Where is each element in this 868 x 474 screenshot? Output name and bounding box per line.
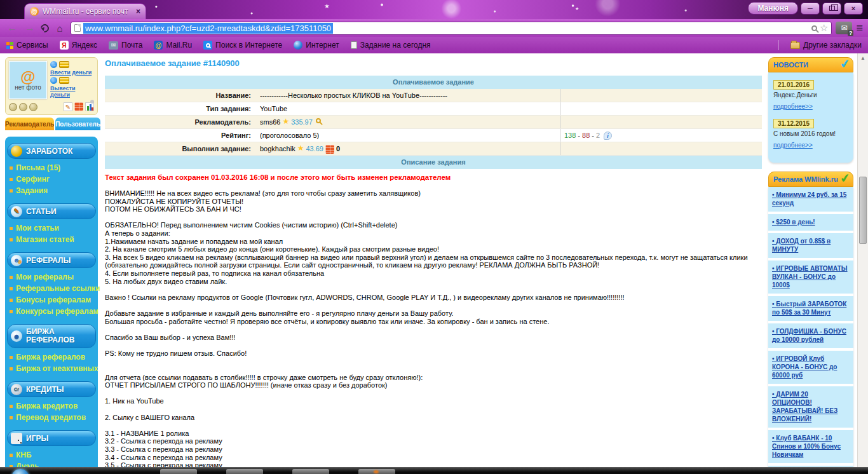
globe-icon bbox=[294, 41, 302, 50]
stats-chart-icon[interactable] bbox=[85, 102, 94, 111]
taskbar-button[interactable] bbox=[292, 469, 329, 474]
avatar: @ нет фото bbox=[9, 61, 47, 99]
sidebar-item-surfing[interactable]: Серфинг bbox=[10, 173, 95, 185]
sidebar-item-knb[interactable]: КНБ bbox=[10, 449, 95, 461]
ad-link-item[interactable]: ИГРОВЫЕ АВТОМАТЫ ВУЛКАН - БОНУС до 1000$ bbox=[768, 258, 853, 294]
advertiser-rating[interactable]: 335.97 bbox=[291, 118, 313, 126]
back-icon[interactable]: ← bbox=[5, 23, 19, 33]
bookmark-internet[interactable]: Интернет bbox=[294, 41, 339, 50]
sidebar-header-referral-exchange[interactable]: ☻ БИРЖА РЕФЕРАЛОВ bbox=[7, 324, 96, 348]
address-bar[interactable]: www.wmmail.ru/index.php?cf=uzd2-mreadtas… bbox=[71, 22, 832, 35]
sidebar-item-my-articles[interactable]: Мои статьи bbox=[10, 222, 95, 234]
ad-link-item[interactable]: ДАРИМ 20 ОПЦИОНОВ! ЗАРАБАТЫВАЙ! БЕЗ ВЛОЖ… bbox=[768, 384, 853, 428]
profile-user-button[interactable]: Манюня bbox=[748, 2, 798, 15]
menu-icon[interactable]: ≡ bbox=[856, 22, 863, 35]
news-text: Яндекс.Деньги bbox=[773, 91, 848, 98]
sidebar-header-articles[interactable]: ✎ СТАТЬИ bbox=[7, 203, 96, 219]
home-icon[interactable]: ⌂ bbox=[53, 24, 67, 33]
maximize-button[interactable] bbox=[822, 3, 841, 15]
bookmark-yandex[interactable]: ЯЯндекс bbox=[60, 41, 97, 50]
right-sidebar: НОВОСТИ ✔ 21.01.2016 Яндекс.Деньги подро… bbox=[768, 57, 853, 474]
sidebar-item-referral-contests[interactable]: Конкурсы рефералам bbox=[10, 306, 95, 317]
url-text[interactable]: www.wmmail.ru/index.php?cf=uzd2-mreadtas… bbox=[83, 23, 333, 34]
sidebar-item-referral-links[interactable]: Реферальные ссылки bbox=[10, 283, 95, 294]
scroll-up-icon[interactable]: ▲ bbox=[858, 53, 868, 64]
completed-rating[interactable]: 43.69 bbox=[306, 145, 323, 152]
scrollbar-thumb[interactable] bbox=[859, 177, 867, 244]
sidebar-header-earnings[interactable]: ЗАРАБОТОК bbox=[7, 143, 96, 159]
table-header: Оплачиваемое задание bbox=[105, 76, 762, 89]
news-more-link[interactable]: подробнее>> bbox=[773, 142, 813, 149]
star-decoration: ★ bbox=[324, 3, 330, 10]
bookmark-daily-task[interactable]: Задание на сегодня bbox=[351, 41, 431, 50]
ad-link-item[interactable]: Минимум 24 руб. за 15 секунд bbox=[768, 187, 853, 212]
withdraw-link[interactable]: Вывести деньги bbox=[50, 85, 94, 98]
sidebar-item-credit-transfer[interactable]: Перевод кредитов bbox=[10, 412, 95, 423]
check-icon: ✔ bbox=[839, 170, 851, 186]
sidebar-item-article-shop[interactable]: Магазин статей bbox=[10, 234, 95, 245]
sidebar-item-tasks[interactable]: Задания bbox=[10, 185, 95, 196]
sidebar-item-referral-market[interactable]: Биржа рефералов bbox=[10, 351, 95, 363]
medal-icon bbox=[29, 103, 37, 111]
tab-close-icon[interactable]: × bbox=[136, 7, 140, 16]
news-entry: 31.12.2015 С новым 2016 годом! подробнее… bbox=[773, 116, 848, 150]
zoom-icon[interactable] bbox=[811, 25, 817, 31]
ad-link-item[interactable]: Быстрый ЗАРАБОТОК по 50$ за 30 Минут bbox=[768, 294, 853, 321]
sidebar-item-credit-market[interactable]: Биржа кредитов bbox=[10, 400, 95, 412]
sidebar-item-inactive-market[interactable]: Биржа от неактивных bbox=[10, 363, 95, 374]
bookmark-mailru[interactable]: @Mail.Ru bbox=[154, 41, 192, 50]
view-profile-magnifier-icon[interactable] bbox=[316, 118, 321, 123]
bookmark-services[interactable]: Сервисы bbox=[6, 41, 48, 50]
sidebar-header-credits[interactable]: Cr КРЕДИТЫ bbox=[7, 381, 96, 397]
forward-icon[interactable]: → bbox=[23, 23, 37, 33]
wall-icon[interactable] bbox=[74, 102, 83, 111]
info-icon[interactable]: i bbox=[604, 132, 612, 140]
advertiser-username[interactable]: sms66 bbox=[260, 118, 280, 126]
ad-link-item[interactable]: ГОЛДФИШКА - БОНУС до 10000 рублей bbox=[768, 321, 853, 348]
tab-user[interactable]: Пользователь bbox=[55, 118, 100, 130]
start-orb-icon[interactable] bbox=[11, 469, 29, 474]
sidebar-item-referral-bonuses[interactable]: Бонусы рефералам bbox=[10, 294, 95, 306]
document-icon bbox=[351, 41, 357, 49]
exchange-icon: ☻ bbox=[11, 330, 22, 342]
mailru-icon: @ bbox=[154, 41, 163, 50]
task-table: Оплачиваемое задание Название: ---------… bbox=[105, 76, 762, 169]
bookmark-mail[interactable]: ✉Почта bbox=[109, 41, 142, 50]
taskbar-button[interactable] bbox=[160, 469, 197, 474]
wall-icon[interactable] bbox=[325, 145, 334, 154]
notes-icon[interactable]: ✎ bbox=[64, 102, 72, 111]
ad-link-item[interactable]: Клуб ВАБАНК - 10 Спинов и 100% Бонус Нов… bbox=[768, 428, 853, 463]
coins-icon bbox=[59, 77, 69, 84]
wmmail-logo-icon: @ bbox=[20, 70, 35, 84]
credits-coin-icon: Cr bbox=[11, 384, 22, 395]
sidebar-header-referrals[interactable]: ☻ РЕФЕРАЛЫ bbox=[7, 252, 96, 268]
deposit-link[interactable]: Ввести деньги bbox=[50, 69, 94, 76]
bookmark-star-icon[interactable]: ☆ bbox=[820, 22, 828, 34]
bookmarks-bar: Сервисы ЯЯндекс ✉Почта @Mail.Ru Поиск в … bbox=[0, 37, 868, 53]
bullet-icon bbox=[10, 454, 13, 457]
page-scrollbar[interactable]: ▲ bbox=[857, 53, 868, 467]
reload-icon[interactable] bbox=[39, 22, 50, 34]
folder-icon bbox=[790, 42, 800, 49]
bullet-icon bbox=[10, 276, 13, 279]
other-bookmarks[interactable]: Другие закладки bbox=[790, 41, 862, 50]
mail-extension-icon[interactable]: ✉ ? bbox=[836, 22, 852, 34]
tab-advertiser[interactable]: Рекламодатель bbox=[5, 118, 54, 130]
close-button[interactable]: × bbox=[844, 3, 863, 15]
sidebar-item-my-referrals[interactable]: Мои рефералы bbox=[10, 271, 95, 283]
mail-badge: ? bbox=[848, 30, 854, 36]
minimize-button[interactable]: ─ bbox=[801, 3, 820, 15]
sidebar-item-letters[interactable]: Письма (15) bbox=[10, 162, 95, 173]
sidebar-header-games[interactable]: ИГРЫ bbox=[7, 430, 96, 446]
completed-username[interactable]: bogkhachik bbox=[260, 145, 295, 152]
bookmark-search[interactable]: Поиск в Интернете bbox=[203, 41, 282, 50]
bullet-icon bbox=[10, 416, 13, 419]
ad-link-item[interactable]: ДОХОД от 0.85$ в МИНУТУ bbox=[768, 231, 853, 258]
wmmail-favicon: @ bbox=[30, 7, 39, 16]
ad-link-item[interactable]: ИГРОВОЙ Клуб КОРОНА - БОНУС до 60000 руб bbox=[768, 348, 853, 384]
taskbar-button[interactable] bbox=[226, 469, 263, 474]
news-more-link[interactable]: подробнее>> bbox=[773, 103, 813, 110]
search-icon bbox=[203, 41, 212, 50]
browser-tab[interactable]: @ WMmail.ru - сервис почт × bbox=[24, 3, 146, 19]
ad-link-item[interactable]: $250 в день! bbox=[768, 212, 853, 231]
